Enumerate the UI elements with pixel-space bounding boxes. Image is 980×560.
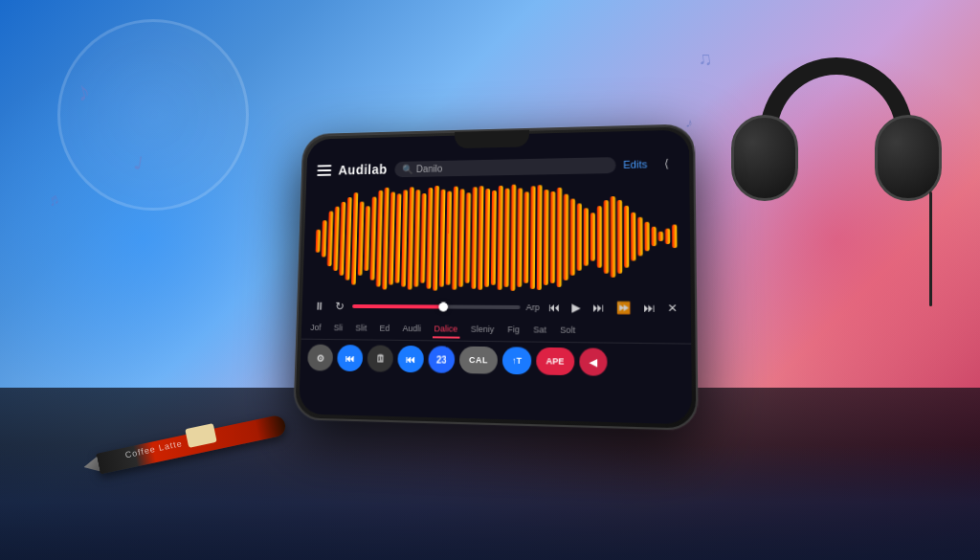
progress-thumb (438, 302, 448, 311)
svg-rect-36 (544, 190, 549, 285)
tab-audli[interactable]: Audli (401, 321, 424, 338)
svg-rect-38 (557, 187, 562, 286)
hamburger-line-3 (317, 173, 331, 175)
menu-icon[interactable] (317, 165, 331, 176)
svg-rect-50 (637, 216, 642, 256)
svg-rect-22 (452, 186, 458, 289)
headphone-cup-left (731, 115, 798, 201)
skip-forward-button[interactable]: ⏭ (590, 299, 608, 317)
svg-rect-7 (358, 201, 365, 275)
time-label: Arp (526, 302, 540, 311)
phone-notch (455, 129, 529, 147)
waveform-svg (310, 177, 683, 295)
progress-fill (352, 303, 443, 308)
svg-rect-47 (617, 199, 622, 273)
rewind-button[interactable]: ⏮ (337, 345, 363, 371)
pause-button[interactable]: ⏸ (311, 297, 327, 314)
tab-sli[interactable]: Sli (332, 320, 345, 337)
svg-rect-48 (624, 205, 629, 267)
svg-rect-10 (376, 190, 383, 286)
play-button[interactable]: ▶ (568, 299, 583, 316)
svg-rect-5 (345, 196, 352, 280)
ape-button[interactable]: APE (536, 347, 574, 374)
fast-forward-button[interactable]: ⏩ (613, 299, 635, 317)
calendar-button[interactable]: 🗓 (367, 345, 393, 371)
loop-button[interactable]: ↻ (332, 298, 347, 315)
svg-rect-19 (433, 186, 439, 291)
phone-device: Audilab 🔍 Danilo Edits ⟨ (293, 123, 698, 431)
progress-track[interactable] (352, 303, 520, 308)
svg-rect-13 (395, 193, 402, 282)
svg-rect-32 (517, 188, 523, 286)
svg-rect-33 (523, 191, 529, 282)
svg-rect-21 (446, 190, 452, 284)
number-button[interactable]: 23 (428, 346, 455, 373)
music-note-3: ♫ (696, 47, 713, 71)
hamburger-line-2 (317, 168, 331, 170)
tab-ed[interactable]: Ed (377, 320, 391, 337)
svg-rect-52 (652, 226, 657, 245)
waveform-area: + (302, 177, 690, 295)
search-bar[interactable]: 🔍 Danilo (394, 156, 615, 176)
svg-rect-34 (530, 186, 536, 289)
prev-button[interactable]: ⏮ (397, 345, 424, 371)
search-icon: 🔍 (402, 163, 413, 173)
back-button[interactable]: ⟨ (656, 152, 678, 174)
svg-rect-37 (550, 190, 555, 282)
tab-fig[interactable]: Fig (505, 322, 522, 339)
search-text: Danilo (416, 163, 442, 173)
tab-slit[interactable]: Slit (353, 320, 368, 337)
tab-sat[interactable]: Sat (531, 322, 548, 340)
record-button[interactable]: ⊙ (307, 344, 333, 370)
svg-rect-42 (584, 208, 589, 265)
edit-button[interactable]: Edits (623, 158, 647, 169)
tab-dalice[interactable]: Dalice (433, 321, 460, 338)
svg-rect-15 (408, 187, 414, 289)
headphones (731, 57, 942, 345)
cal-button[interactable]: CAL (459, 346, 498, 373)
phone-screen: Audilab 🔍 Danilo Edits ⟨ (299, 129, 692, 424)
headphone-cup-right (875, 115, 942, 201)
svg-rect-49 (631, 212, 635, 260)
back-red-button[interactable]: ◀ (579, 347, 607, 375)
svg-rect-43 (590, 213, 595, 260)
svg-rect-16 (413, 190, 420, 286)
svg-rect-30 (503, 188, 509, 286)
tab-jof[interactable]: Jof (308, 320, 323, 337)
svg-rect-29 (498, 185, 503, 289)
svg-rect-9 (370, 196, 377, 280)
svg-rect-45 (604, 200, 609, 274)
svg-rect-54 (665, 228, 670, 243)
svg-rect-26 (478, 186, 483, 290)
svg-rect-0 (316, 229, 321, 252)
headphone-cable (929, 191, 932, 306)
hamburger-line-1 (318, 165, 332, 167)
svg-rect-55 (672, 224, 677, 248)
back-icon: ⟨ (663, 156, 668, 169)
svg-rect-25 (471, 187, 477, 288)
svg-rect-24 (465, 192, 471, 282)
svg-rect-40 (570, 198, 575, 275)
svg-rect-28 (491, 190, 497, 284)
svg-rect-11 (382, 187, 389, 289)
triple-forward-button[interactable]: ⏭ (640, 299, 658, 317)
svg-rect-12 (389, 191, 395, 284)
t-button[interactable]: ↑T (502, 347, 532, 374)
tab-sleniy[interactable]: Sleniy (469, 321, 497, 338)
svg-rect-31 (510, 184, 516, 290)
tab-solt[interactable]: Solt (558, 322, 577, 340)
svg-rect-27 (484, 189, 490, 287)
svg-rect-17 (420, 192, 427, 282)
svg-rect-39 (564, 193, 568, 280)
svg-rect-44 (597, 206, 602, 268)
svg-rect-35 (537, 185, 543, 290)
bottom-buttons: ⊙ ⏮ 🗓 ⏮ 23 CAL ↑T APE ◀ (300, 339, 691, 382)
svg-rect-14 (401, 190, 408, 286)
playback-bar: ⏸ ↻ Arp ⏮ ▶ ⏭ ⏩ ⏭ ✕ (301, 294, 691, 322)
skip-back-button[interactable]: ⏮ (546, 299, 563, 316)
svg-rect-23 (458, 189, 464, 286)
svg-rect-4 (339, 201, 345, 275)
svg-rect-1 (322, 220, 327, 257)
svg-rect-53 (658, 231, 663, 240)
close-playback-button[interactable]: ✕ (664, 299, 680, 317)
